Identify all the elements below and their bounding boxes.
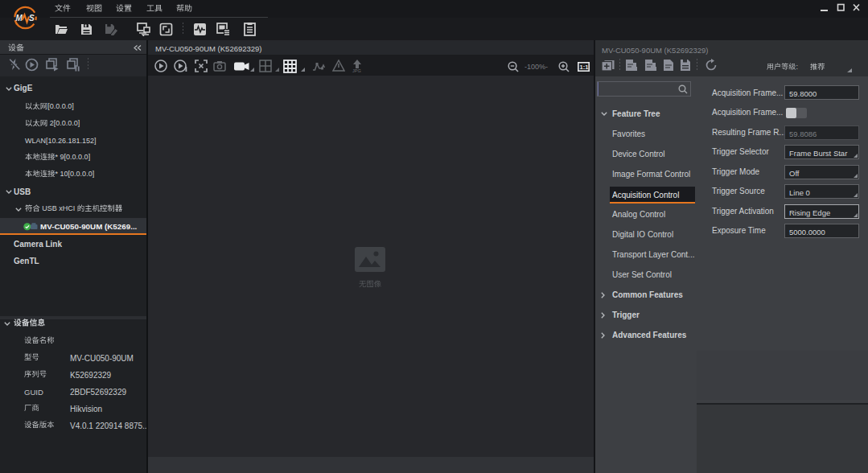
svg-text::: :	[796, 63, 798, 71]
svg-text:JPG: JPG	[352, 68, 361, 73]
svg-text:M: M	[16, 14, 23, 23]
svg-text:S: S	[29, 14, 35, 23]
svg-text:* 9[0.0.0.0]: * 9[0.0.0.0]	[56, 153, 91, 161]
svg-text:USB xHCI: USB xHCI	[40, 204, 77, 212]
svg-text:1:1: 1:1	[580, 64, 589, 71]
svg-text:[0.0.0.0]: [0.0.0.0]	[47, 102, 74, 110]
svg-text:2[0.0.0.0]: 2[0.0.0.0]	[47, 119, 80, 127]
svg-text:* 10[0.0.0.0]: * 10[0.0.0.0]	[56, 170, 95, 178]
